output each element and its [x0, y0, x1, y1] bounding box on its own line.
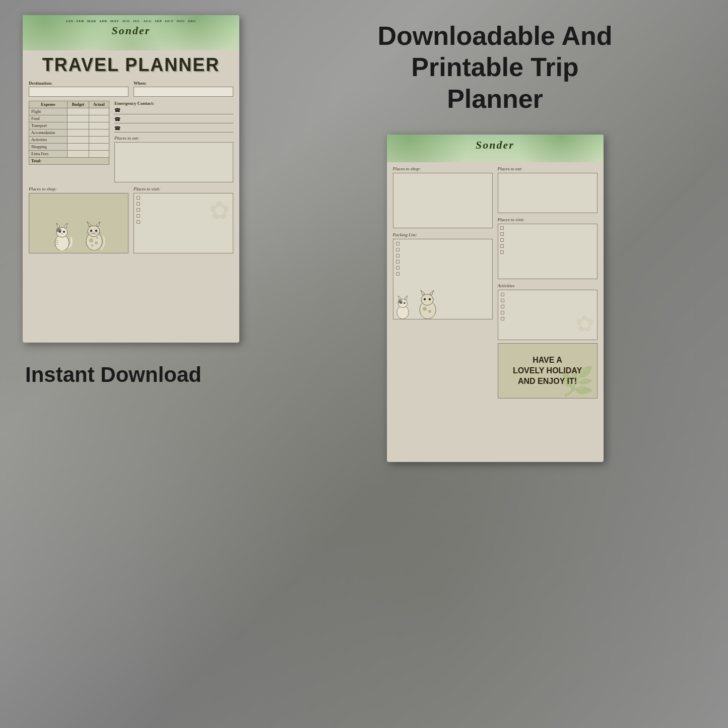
visit-item-5	[500, 250, 595, 254]
checkbox-2	[137, 202, 140, 206]
act-check-3	[501, 305, 504, 308]
phone-icon-1: ☎	[114, 107, 120, 113]
svg-marker-35	[421, 290, 425, 295]
when-field-group: When:	[134, 81, 233, 97]
pack-check-2	[396, 248, 400, 251]
svg-point-40	[428, 310, 431, 313]
pack-check-5	[396, 266, 400, 270]
expense-food-budget	[68, 115, 89, 122]
svg-marker-14	[96, 222, 100, 227]
pack-check-6	[396, 272, 400, 276]
table-row: Extra Fees	[29, 151, 109, 158]
pack-check-4	[396, 260, 400, 263]
checkbox-5	[137, 220, 140, 224]
main-container: JAN FEB MAR APR MAY JUN JUL AUG SEP OCT …	[0, 0, 728, 728]
svg-point-39	[423, 307, 427, 311]
svg-point-38	[428, 298, 430, 300]
flower-decoration: ✿	[209, 196, 230, 225]
svg-marker-28	[398, 296, 401, 300]
act-item-3	[501, 305, 594, 308]
cat-1-svg	[51, 215, 76, 250]
visit-item-2	[500, 232, 595, 236]
svg-marker-2	[56, 223, 60, 228]
svg-point-37	[423, 298, 425, 300]
act-check-2	[501, 299, 504, 302]
destination-field-group: Destination:	[29, 81, 128, 97]
shop-image-box	[29, 193, 128, 253]
expense-food: Food	[29, 115, 68, 122]
expense-transport: Transport	[29, 122, 68, 129]
expense-flight-budget	[68, 108, 89, 115]
pack-item-6	[396, 272, 490, 276]
pack-item-3	[396, 254, 490, 257]
act-check-1	[501, 293, 504, 296]
visit-checklist-box	[498, 224, 598, 279]
expense-flight-actual	[89, 108, 109, 115]
expense-section: Expense Budget Actual Flight	[29, 101, 233, 182]
destination-input	[29, 87, 128, 97]
act-item-1	[501, 293, 594, 296]
expense-activities-actual	[89, 137, 109, 144]
destination-label: Destination:	[29, 81, 128, 86]
month-jun: JUN	[122, 19, 129, 23]
expense-accomodation: Accomodation	[29, 129, 68, 137]
svg-point-16	[95, 230, 97, 232]
month-apr: APR	[99, 19, 107, 23]
phone-line-3: ☎	[114, 125, 233, 133]
svg-marker-13	[87, 222, 91, 227]
svg-point-12	[88, 226, 100, 237]
places-eat-label: Places to eat:	[114, 136, 233, 141]
pack-item-5	[396, 266, 490, 270]
expense-activities: Activities	[29, 137, 68, 144]
pack-item-1	[396, 242, 490, 245]
month-jan: JAN	[65, 19, 73, 23]
month-may: MAY	[110, 19, 119, 23]
svg-marker-3	[64, 223, 68, 228]
table-row: Food	[29, 115, 109, 122]
visit-check-3	[500, 238, 504, 242]
expense-shopping: Shopping	[29, 144, 68, 151]
expense-accomodation-actual	[89, 129, 109, 137]
when-input	[134, 87, 233, 97]
travel-planner-title: TRAVEL PLANNER	[23, 50, 239, 78]
planner-header-2: Sonder	[387, 135, 604, 162]
pack-check-1	[396, 242, 400, 245]
cat-2-svg	[81, 215, 106, 250]
emergency-section: Emergency Contact: ☎ ☎ ☎ Places to eat:	[114, 101, 233, 182]
svg-point-15	[90, 230, 92, 232]
svg-marker-29	[404, 296, 407, 300]
p2-eat-box	[498, 173, 598, 213]
expense-extra-actual	[89, 151, 109, 158]
bottom-section-1: Places to shop:	[29, 186, 233, 253]
phone-line-1: ☎	[114, 107, 233, 114]
flower-deco-2: ✿	[575, 310, 594, 337]
p2-shop-box	[393, 173, 493, 228]
col-expense: Expense	[29, 101, 68, 108]
expense-flight: Flight	[29, 108, 68, 115]
svg-point-6	[61, 233, 63, 234]
col-budget: Budget	[68, 101, 89, 108]
month-mar: MAR	[87, 19, 96, 23]
svg-point-7	[56, 228, 61, 232]
col-actual: Actual	[89, 101, 109, 108]
planner-header-1: JAN FEB MAR APR MAY JUN JUL AUG SEP OCT …	[23, 15, 239, 50]
svg-point-18	[89, 238, 93, 242]
expense-shopping-budget	[68, 144, 89, 151]
cat-4-svg	[415, 284, 440, 319]
month-dec: DEC	[188, 19, 196, 23]
svg-point-20	[91, 244, 94, 247]
p2-packing-label: Packing List:	[393, 232, 493, 237]
pack-item-2	[396, 248, 490, 251]
planner-body-1: Destination: When: Expense	[23, 78, 239, 258]
destination-when-row: Destination: When:	[29, 81, 233, 97]
table-row: Activities	[29, 137, 109, 144]
month-jul: JUL	[133, 19, 140, 23]
visit-item-4	[500, 244, 595, 248]
visit-check-5	[500, 250, 504, 254]
pack-check-3	[396, 254, 400, 257]
planner-card-2: Sonder Places to shop: Packing List:	[387, 135, 604, 462]
col-right-2: Places to eat: Places to visit: Activiti…	[498, 166, 598, 399]
phone-icon-2: ☎	[114, 116, 120, 122]
month-oct: OCT	[165, 19, 174, 23]
planner-body-2: Places to shop: Packing List:	[387, 162, 604, 403]
